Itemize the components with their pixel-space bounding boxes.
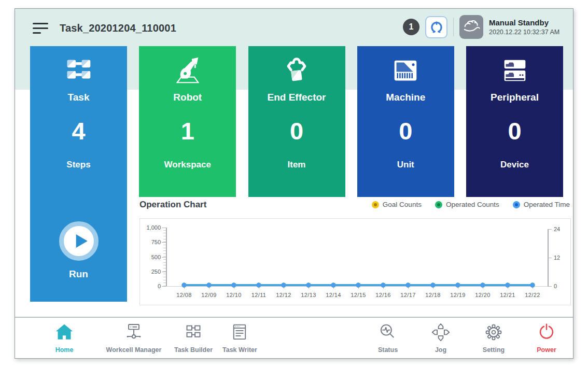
machine-card[interactable]: Machine 0 Unit <box>357 46 454 197</box>
manual-mode-hand-icon <box>459 15 483 39</box>
robot-mode-status: Manual Standby <box>489 18 567 27</box>
run-label: Run <box>69 269 88 280</box>
chart-series <box>140 219 571 306</box>
gripper-claw-icon <box>429 19 444 36</box>
nav-label: Jog <box>435 346 446 354</box>
nav-label: Power <box>537 346 556 354</box>
card-value: 0 <box>290 117 303 145</box>
card-unit: Device <box>500 160 529 170</box>
legend-dot-icon <box>435 201 442 208</box>
card-value: 0 <box>508 117 521 145</box>
legend-label: Operated Counts <box>446 201 499 208</box>
peripheral-card[interactable]: Peripheral 0 Device <box>466 46 563 197</box>
nav-power[interactable]: Power <box>520 318 573 358</box>
nav-task-writer[interactable]: Task Writer <box>222 318 257 358</box>
operation-chart: 02505007501,0000122412/0812/0912/1012/11… <box>139 218 571 305</box>
legend-dot-icon <box>513 201 520 208</box>
app-window: Task_20201204_110001 1 <box>15 8 573 359</box>
nav-setting[interactable]: Setting <box>467 318 520 358</box>
nav-label: Status <box>378 346 398 354</box>
play-icon <box>59 221 99 261</box>
card-value: 0 <box>399 117 412 145</box>
gripper-icon <box>281 54 313 87</box>
nav-status[interactable]: Status <box>361 318 414 358</box>
card-value: 1 <box>181 117 194 145</box>
nav-workcell-manager[interactable]: Workcell Manager <box>103 318 164 358</box>
notification-badge[interactable]: 1 <box>403 19 419 35</box>
nav-label: Workcell Manager <box>106 346 162 354</box>
robot-arm-icon <box>172 54 204 87</box>
operation-chart-title: Operation Chart <box>139 200 206 210</box>
home-icon <box>54 322 75 345</box>
nav-label: Setting <box>483 346 505 354</box>
nav-label: Task Writer <box>222 346 257 354</box>
legend-dot-icon <box>372 201 379 208</box>
bottom-nav: Home Workcell Manager Task Builder Task … <box>15 317 573 358</box>
card-label: Robot <box>173 92 202 103</box>
task-builder-icon <box>183 322 204 345</box>
task-steps-icon <box>63 54 95 87</box>
peripheral-icon <box>499 54 531 87</box>
jog-icon <box>430 322 451 345</box>
card-label: Task <box>68 92 90 103</box>
task-title: Task_20201204_110001 <box>60 22 176 34</box>
nav-label: Task Builder <box>174 346 213 354</box>
setting-icon <box>483 322 504 345</box>
robot-card[interactable]: Robot 1 Workspace <box>139 46 236 197</box>
power-icon <box>536 322 557 345</box>
card-label: Machine <box>386 92 425 103</box>
legend-label: Operated Time <box>524 201 570 208</box>
end-effector-card[interactable]: End Effector 0 Item <box>248 46 345 197</box>
header-divider <box>453 18 454 36</box>
machine-icon <box>389 54 422 87</box>
card-unit: Workspace <box>164 160 211 170</box>
nav-group-left: Home Workcell Manager Task Builder Task … <box>15 318 257 358</box>
chart-legend: Goal Counts Operated Counts Operated Tim… <box>372 201 570 208</box>
workcell-manager-icon <box>123 322 144 345</box>
task-writer-icon <box>229 322 250 345</box>
nav-home[interactable]: Home <box>25 318 103 358</box>
nav-task-builder[interactable]: Task Builder <box>164 318 222 358</box>
nav-jog[interactable]: Jog <box>414 318 467 358</box>
end-effector-tool-button[interactable] <box>425 16 447 38</box>
datetime: 2020.12.22 10:32:37 AM <box>489 29 567 36</box>
legend-label: Goal Counts <box>383 201 422 208</box>
menu-icon[interactable] <box>33 23 48 34</box>
card-unit: Item <box>288 160 306 170</box>
card-unit: Steps <box>66 160 90 170</box>
card-unit: Unit <box>397 160 414 170</box>
legend-item: Operated Time <box>513 201 570 208</box>
legend-item: Goal Counts <box>372 201 422 208</box>
card-label: End Effector <box>268 92 326 103</box>
legend-item: Operated Counts <box>435 201 499 208</box>
card-value: 4 <box>72 117 85 145</box>
nav-label: Home <box>55 346 74 354</box>
card-label: Peripheral <box>491 92 539 103</box>
nav-group-right: Status Jog Setting Power <box>361 318 573 358</box>
status-icon <box>377 322 398 345</box>
run-button[interactable]: Run <box>30 221 127 280</box>
